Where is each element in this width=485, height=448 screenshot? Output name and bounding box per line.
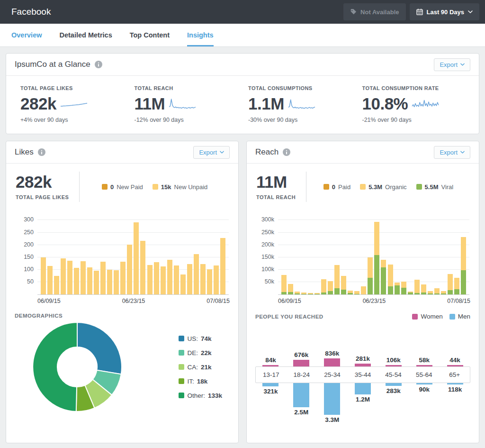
bar[interactable] (120, 262, 126, 294)
not-available-button[interactable]: Not Available (343, 3, 405, 20)
info-icon[interactable] (95, 61, 102, 68)
reach-total-value: 11M (256, 174, 296, 190)
bar[interactable] (147, 265, 153, 294)
stacked-bar[interactable] (414, 215, 420, 294)
bar[interactable] (140, 241, 145, 294)
stacked-bar[interactable] (381, 215, 386, 294)
stacked-bar[interactable] (434, 215, 440, 294)
legend-swatch (179, 393, 184, 398)
women-bar[interactable] (355, 364, 371, 366)
stacked-bar[interactable] (374, 215, 379, 294)
bar[interactable] (161, 266, 166, 294)
stacked-bar[interactable] (295, 215, 300, 294)
info-icon[interactable] (283, 148, 290, 156)
bar[interactable] (74, 268, 79, 294)
stacked-bar[interactable] (301, 215, 306, 294)
bar[interactable] (114, 270, 119, 294)
women-bar[interactable] (416, 365, 432, 366)
bar[interactable] (194, 254, 199, 294)
women-bar[interactable] (447, 365, 463, 366)
tab-overview[interactable]: Overview (11, 24, 42, 46)
men-bar[interactable] (386, 383, 402, 386)
x-tick-label: 07/08/15 (207, 298, 230, 304)
bar[interactable] (61, 258, 66, 294)
stacked-bar[interactable] (448, 215, 453, 294)
chevron-down-icon (460, 151, 465, 154)
bar[interactable] (87, 267, 92, 294)
stacked-bar[interactable] (314, 215, 320, 294)
bar[interactable] (167, 260, 172, 294)
bar[interactable] (67, 261, 72, 294)
bar[interactable] (154, 262, 159, 294)
bar[interactable] (41, 257, 46, 294)
men-bar[interactable] (416, 383, 432, 384)
women-bar[interactable] (324, 358, 340, 366)
stacked-bar[interactable] (281, 215, 287, 294)
bar[interactable] (94, 271, 99, 294)
stacked-bar[interactable] (341, 215, 346, 294)
export-button[interactable]: Export (434, 58, 470, 71)
bar[interactable] (174, 265, 179, 294)
bar[interactable] (134, 222, 139, 294)
stacked-bar[interactable] (361, 215, 366, 294)
bar-segment-organic (421, 284, 426, 293)
reach-x-axis: 06/09/15 06/23/15 07/08/15 (278, 295, 470, 305)
stacked-bar[interactable] (454, 215, 459, 294)
date-range-button[interactable]: Last 90 Days (410, 3, 480, 20)
legend-label: Paid (338, 183, 350, 191)
stacked-bar[interactable] (288, 215, 293, 294)
stacked-bar[interactable] (321, 215, 326, 294)
donut-slice-other[interactable] (33, 322, 77, 411)
bar-segment-organic (414, 280, 420, 293)
bar[interactable] (220, 238, 225, 294)
stacked-bar[interactable] (428, 215, 433, 294)
women-bar[interactable] (293, 360, 309, 366)
men-bar[interactable] (447, 383, 463, 384)
tab-insights[interactable]: Insights (187, 24, 214, 46)
bar[interactable] (127, 245, 132, 294)
stacked-bar[interactable] (328, 215, 333, 294)
legend-swatch (323, 184, 329, 190)
kpi-label: TOTAL CONSUMPTION RATE (362, 85, 471, 91)
bar[interactable] (81, 261, 86, 294)
stacked-bar[interactable] (421, 215, 426, 294)
women-bar[interactable] (386, 365, 402, 366)
export-button[interactable]: Export (193, 146, 230, 159)
bar[interactable] (200, 264, 206, 294)
bar[interactable] (107, 270, 112, 294)
men-bar[interactable] (262, 383, 278, 386)
men-bar[interactable] (355, 383, 371, 394)
reach-chart-block: 50k100k150k200k250k300k 06/09/15 06/23/1… (247, 209, 479, 305)
men-bar[interactable] (293, 383, 309, 407)
bar[interactable] (207, 269, 212, 294)
stacked-bar[interactable] (461, 215, 466, 294)
stacked-bar[interactable] (408, 215, 413, 294)
stacked-bar[interactable] (348, 215, 353, 294)
info-icon[interactable] (38, 148, 45, 156)
bar-segment-organic (328, 281, 333, 291)
donut-slice-us[interactable] (77, 322, 122, 374)
sparkline-chart (169, 98, 196, 110)
bar[interactable] (54, 276, 59, 294)
bar[interactable] (180, 274, 186, 294)
stacked-bar[interactable] (368, 215, 373, 294)
stacked-bar[interactable] (308, 215, 313, 294)
stacked-bar[interactable] (388, 215, 393, 294)
bar-segment-organic (401, 282, 406, 288)
bar[interactable] (187, 264, 192, 294)
stacked-bar[interactable] (354, 215, 359, 294)
bar[interactable] (47, 266, 53, 294)
export-button[interactable]: Export (434, 146, 470, 159)
women-bar[interactable] (262, 365, 278, 366)
stacked-bar[interactable] (401, 215, 406, 294)
bar-segment-viral (301, 294, 306, 294)
legend-label: CA: (187, 364, 198, 371)
bar[interactable] (100, 262, 106, 294)
tab-top-content[interactable]: Top Content (130, 24, 170, 46)
bar[interactable] (214, 265, 219, 294)
stacked-bar[interactable] (334, 215, 340, 294)
stacked-bar[interactable] (441, 215, 446, 294)
tab-detailed-metrics[interactable]: Detailed Metrics (60, 24, 112, 46)
stacked-bar[interactable] (395, 215, 400, 294)
men-bar[interactable] (324, 383, 340, 415)
